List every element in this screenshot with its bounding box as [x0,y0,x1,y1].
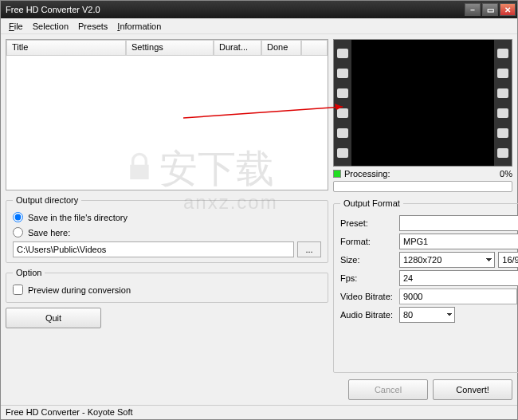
size-select[interactable]: 1280x720 [399,252,495,268]
preset-label: Preset: [340,218,396,228]
format-select[interactable]: MPG1 [399,234,518,249]
col-done[interactable]: Done [261,40,301,56]
radio-save-here-label: Save here: [28,228,70,237]
format-label: Format: [340,237,396,246]
size-label: Size: [340,255,396,265]
minimize-button[interactable]: – [465,3,481,16]
fps-select[interactable]: 24 [399,270,518,286]
film-strip-right [494,40,512,166]
browse-button[interactable]: ... [297,241,321,257]
convert-button[interactable]: Convert! [433,379,512,400]
progress-bar [333,181,512,192]
output-dir-legend: Output directory [13,195,81,205]
col-duration[interactable]: Durat... [214,40,261,56]
col-settings[interactable]: Settings [126,40,214,56]
titlebar[interactable]: Free HD Converter V2.0 – ▭ ✕ [1,1,517,18]
menu-selection[interactable]: Selection [29,20,72,33]
processing-label: Processing: [344,169,390,179]
quit-button[interactable]: Quit [6,308,101,328]
preview-screen [351,40,494,166]
menu-information[interactable]: Information [114,20,164,33]
status-bar: Free HD Converter - Koyote Soft [1,405,517,419]
menubar: File Selection Presets Information [1,18,517,34]
cancel-button[interactable]: Cancel [348,379,428,400]
preview-label: Preview during conversion [28,285,131,295]
output-directory-group: Output directory Save in the file's dire… [6,195,328,263]
preset-select[interactable] [399,215,518,231]
processing-percent: 0% [500,169,512,179]
main-area: Title Settings Durat... Done Output dire… [1,34,517,405]
radio-save-here[interactable] [13,227,23,237]
vbitrate-label: Video Bitrate: [340,292,396,301]
menu-presets[interactable]: Presets [75,20,111,33]
col-title[interactable]: Title [6,40,126,56]
app-window: Free HD Converter V2.0 – ▭ ✕ File Select… [0,0,518,420]
output-format-legend: Output Format [340,198,403,208]
radio-save-file-dir[interactable] [13,212,23,222]
path-input[interactable] [13,241,294,257]
option-legend: Option [13,268,45,277]
preview-checkbox[interactable] [13,285,23,295]
maximize-button[interactable]: ▭ [482,3,498,16]
menu-file[interactable]: File [6,20,26,33]
window-title: Free HD Converter V2.0 [6,5,100,14]
close-button[interactable]: ✕ [500,3,516,16]
abitrate-label: Audio Bitrate: [340,310,396,320]
video-preview [333,39,512,167]
abitrate-select[interactable]: 80 [399,307,455,323]
processing-indicator-icon [333,170,341,178]
file-table[interactable]: Title Settings Durat... Done [6,39,328,190]
vbitrate-input[interactable] [399,289,517,304]
output-format-group: Output Format Preset: Format: MPG1 Size:… [333,198,518,373]
film-strip-left [334,40,351,166]
option-group: Option Preview during conversion [6,268,328,303]
fps-label: Fps: [340,273,396,283]
radio-save-file-dir-label: Save in the file's directory [28,213,128,222]
ratio-select[interactable]: 16/9 [498,252,518,268]
